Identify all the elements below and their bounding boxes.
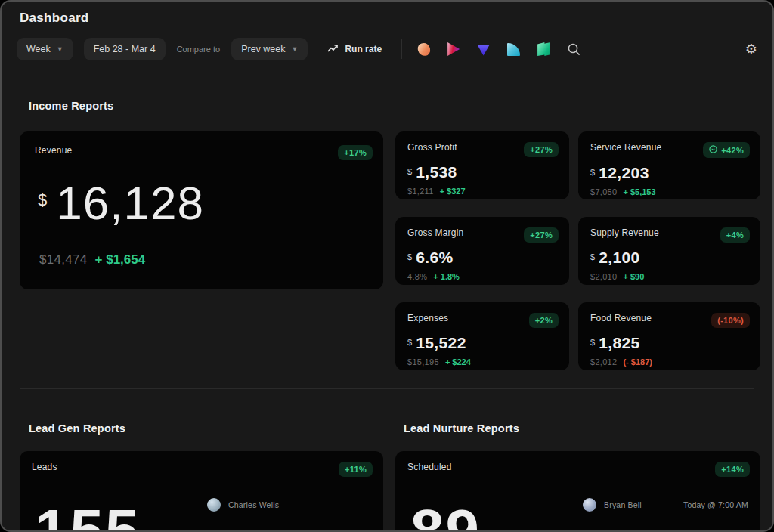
change-badge: +11% xyxy=(339,462,373,477)
previous-value: $2,012 xyxy=(590,357,617,367)
run-rate-toggle[interactable]: Run rate xyxy=(327,44,382,55)
card-label: Leads xyxy=(32,462,57,472)
currency-symbol: $ xyxy=(407,338,412,347)
card-value: 89 xyxy=(410,501,481,532)
revenue-previous-row: $14,474 + $1,654 xyxy=(39,252,145,268)
card-value: 16,128 xyxy=(56,180,204,227)
currency-symbol: $ xyxy=(407,252,412,261)
change-badge: +4% xyxy=(720,227,750,243)
lead-person-row[interactable]: Charles Wells xyxy=(207,498,371,521)
search-icon[interactable] xyxy=(567,42,581,57)
card-label: Gross Profit xyxy=(407,142,457,153)
lead-nurture-reports-heading: Lead Nurture Reports xyxy=(404,422,519,435)
income-card-expenses[interactable]: Expenses +2% $ 15,522 $15,195 + $224 xyxy=(395,302,569,370)
funnel-blue-icon[interactable] xyxy=(477,45,490,56)
avatar xyxy=(583,498,596,512)
date-range-label: Feb 28 - Mar 4 xyxy=(94,44,156,54)
card-label: Food Revenue xyxy=(590,313,652,323)
change-badge: +42% xyxy=(703,142,750,158)
card-label: Scheduled xyxy=(407,462,452,472)
currency-symbol: $ xyxy=(590,168,595,177)
avatar xyxy=(207,498,221,512)
card-label: Supply Revenue xyxy=(590,227,659,238)
compare-to-label: Compare to xyxy=(177,45,220,54)
previous-value: 4.8% xyxy=(407,272,427,281)
card-label: Gross Margin xyxy=(407,227,463,238)
revenue-value: $ 16,128 xyxy=(38,180,204,227)
award-icon xyxy=(709,145,717,155)
change-badge: (-10%) xyxy=(711,313,750,328)
card-value: 1,538 xyxy=(416,164,457,180)
change-value: + $90 xyxy=(623,272,644,281)
badge-value: +42% xyxy=(721,146,744,155)
change-badge: +27% xyxy=(524,227,559,243)
funnel-red-icon[interactable] xyxy=(447,42,460,56)
previous-value: $2,010 xyxy=(590,272,617,281)
run-rate-label: Run rate xyxy=(345,44,382,54)
change-value: + $5,153 xyxy=(623,187,655,196)
scheduled-person-row[interactable]: Bryan Bell Today @ 7:00 AM xyxy=(583,498,748,521)
scheduled-time: Today @ 7:00 AM xyxy=(683,500,748,509)
currency-symbol: $ xyxy=(590,252,595,261)
change-value: + $327 xyxy=(440,187,466,196)
change-value: + $1,654 xyxy=(95,252,146,268)
scheduled-card[interactable]: Scheduled +14% 89 Bryan Bell Today @ 7:0… xyxy=(395,451,760,532)
previous-value: $15,195 xyxy=(407,357,439,367)
change-value: + $224 xyxy=(445,357,471,367)
card-value: 2,100 xyxy=(599,249,640,265)
card-label: Revenue xyxy=(35,145,72,156)
income-card-service-revenue[interactable]: Service Revenue +42% $ 12,203 $7,050 + $… xyxy=(578,131,760,200)
chevron-down-icon: ▼ xyxy=(291,46,298,53)
card-value: 12,203 xyxy=(599,165,649,181)
currency-symbol: $ xyxy=(407,167,412,176)
pie-chart-icon[interactable] xyxy=(507,43,520,56)
person-name: Bryan Bell xyxy=(604,500,642,509)
previous-value: $14,474 xyxy=(39,252,88,268)
date-range-button[interactable]: Feb 28 - Mar 4 xyxy=(84,38,166,60)
currency-symbol: $ xyxy=(38,190,47,210)
card-value: 15,522 xyxy=(416,335,466,351)
card-value: 155 xyxy=(35,501,140,532)
card-label: Service Revenue xyxy=(590,142,661,153)
change-badge: +17% xyxy=(338,145,373,160)
currency-symbol: $ xyxy=(590,338,595,347)
leads-card[interactable]: Leads +11% 155 Charles Wells xyxy=(20,451,383,532)
compare-select-value: Prev week xyxy=(241,44,285,54)
ledger-icon[interactable] xyxy=(537,42,550,56)
report-shortcut-icons xyxy=(418,42,581,57)
chevron-down-icon: ▼ xyxy=(57,46,63,53)
section-divider xyxy=(20,388,754,389)
card-value: 6.6% xyxy=(416,249,453,265)
change-badge: +14% xyxy=(715,462,750,477)
previous-value: $7,050 xyxy=(590,187,617,196)
income-reports-heading: Income Reports xyxy=(29,100,113,112)
change-value: + 1.8% xyxy=(433,272,460,281)
compare-select[interactable]: Prev week ▼ xyxy=(231,38,308,60)
income-card-supply-revenue[interactable]: Supply Revenue +4% $ 2,100 $2,010 + $90 xyxy=(578,217,760,285)
toolbar: Week ▼ Feb 28 - Mar 4 Compare to Prev we… xyxy=(17,36,757,62)
lead-gen-reports-heading: Lead Gen Reports xyxy=(29,422,125,435)
previous-value: $1,211 xyxy=(407,187,434,196)
income-card-food-revenue[interactable]: Food Revenue (-10%) $ 1,825 $2,012 (- $1… xyxy=(578,302,760,370)
person-name: Charles Wells xyxy=(228,500,279,509)
change-value: (- $187) xyxy=(623,357,652,367)
page-title: Dashboard xyxy=(20,11,89,26)
income-cards-grid: Gross Profit +27% $ 1,538 $1,211 + $327 … xyxy=(395,131,760,370)
trending-up-icon xyxy=(327,44,339,55)
period-select-value: Week xyxy=(26,44,51,54)
change-badge: +27% xyxy=(524,142,559,157)
change-badge: +2% xyxy=(529,313,559,328)
toolbar-divider xyxy=(401,39,402,59)
period-select[interactable]: Week ▼ xyxy=(17,38,73,60)
sales-chart-icon[interactable] xyxy=(417,42,432,57)
card-value: 1,825 xyxy=(599,335,640,351)
income-card-gross-margin[interactable]: Gross Margin +27% $ 6.6% 4.8% + 1.8% xyxy=(395,217,569,285)
card-label: Expenses xyxy=(407,313,448,323)
income-card-gross-profit[interactable]: Gross Profit +27% $ 1,538 $1,211 + $327 xyxy=(395,131,569,200)
dashboard-window: Dashboard Week ▼ Feb 28 - Mar 4 Compare … xyxy=(0,0,774,532)
settings-gear-icon[interactable]: ⚙ xyxy=(745,42,757,56)
income-card-revenue[interactable]: Revenue +17% $ 16,128 $14,474 + $1,654 xyxy=(20,131,383,289)
